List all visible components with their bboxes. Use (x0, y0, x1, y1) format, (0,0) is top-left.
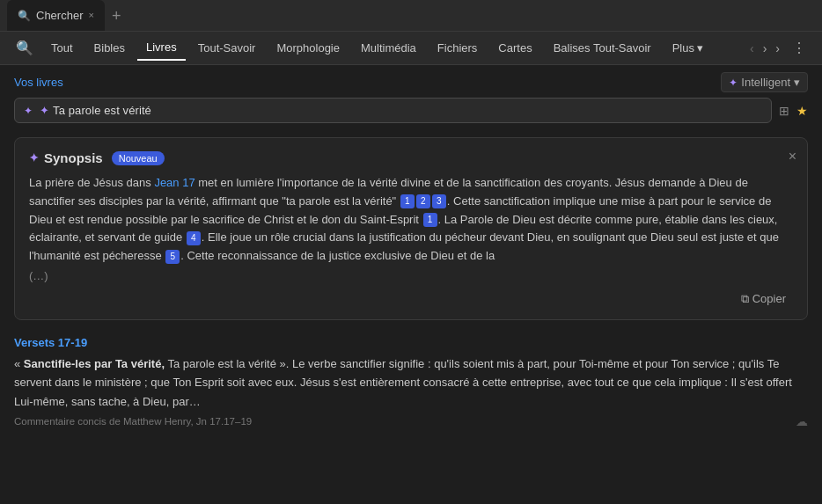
search-box[interactable]: ✦ ✦Ta parole est vérité (14, 98, 772, 123)
ref-badge-4[interactable]: 1 (423, 213, 437, 227)
nav-item-cartes[interactable]: Cartes (489, 36, 540, 60)
chevron-down-icon2: ▾ (794, 76, 800, 89)
search-actions: ⊞ ★ (779, 104, 808, 118)
ref-badge-6[interactable]: 5 (165, 250, 180, 264)
nav-bar: 🔍 Tout Bibles Livres Tout-Savoir Morphol… (0, 32, 822, 65)
synopsis-body: La prière de Jésus dans Jean 17 met en l… (29, 174, 793, 266)
synopsis-footer: ⧉ Copier (29, 289, 793, 309)
nav-item-tout[interactable]: Tout (42, 36, 82, 60)
spark-icon: ✦ (729, 77, 738, 89)
versets-block: Versets 17-19 « Sanctifie-les par Ta vér… (14, 336, 808, 428)
ref-badge-5[interactable]: 4 (187, 231, 201, 245)
cloud-icon: ☁ (796, 414, 808, 428)
nav-item-bibles[interactable]: Bibles (85, 36, 134, 60)
tab-chercher[interactable]: 🔍 Chercher × (7, 0, 105, 31)
ref-badge-3[interactable]: 3 (432, 194, 446, 208)
nav-item-balises[interactable]: Balises Tout-Savoir (545, 36, 660, 60)
content-area: Vos livres ✦ Intelligent ▾ ✦ ✦Ta parole … (0, 65, 822, 504)
content-topbar: Vos livres ✦ Intelligent ▾ (0, 65, 822, 98)
versets-source: Commentaire concis de Matthew Henry, Jn … (14, 414, 808, 428)
tab-close-icon[interactable]: × (88, 11, 93, 20)
nav-item-plus[interactable]: Plus ▾ (664, 36, 712, 60)
tab-label: Chercher (36, 9, 83, 22)
grid-icon[interactable]: ⊞ (779, 104, 789, 118)
nav-more-icon[interactable]: ⋮ (787, 36, 811, 60)
star-icon[interactable]: ★ (796, 104, 808, 118)
nav-arrow-left[interactable]: ‹ (746, 40, 758, 57)
nav-item-multimedia[interactable]: Multimédia (352, 36, 425, 60)
nouveau-badge: Nouveau (112, 151, 165, 165)
nav-item-morphologie[interactable]: Morphologie (268, 36, 349, 60)
synopsis-spark-icon: ✦ (29, 151, 39, 164)
ref-badge-1[interactable]: 1 (400, 194, 415, 208)
copy-button[interactable]: ⧉ Copier (734, 289, 793, 309)
synopsis-card: ✦ Synopsis Nouveau × La prière de Jésus … (14, 137, 808, 320)
ref-badge-2[interactable]: 2 (416, 194, 430, 208)
copy-icon: ⧉ (741, 292, 749, 306)
jean17-link[interactable]: Jean 17 (154, 176, 194, 189)
nav-item-tout-savoir[interactable]: Tout-Savoir (189, 36, 265, 60)
search-row: ✦ ✦Ta parole est vérité ⊞ ★ (0, 98, 822, 130)
nav-arrow-right2[interactable]: › (772, 40, 783, 57)
nav-arrows: ‹ › › (746, 40, 783, 57)
vos-livres-link[interactable]: Vos livres (14, 76, 63, 89)
synopsis-close-icon[interactable]: × (789, 149, 796, 164)
search-text: ✦Ta parole est vérité (38, 104, 762, 117)
synopsis-title: ✦ Synopsis (29, 150, 103, 165)
menu-icon[interactable]: 🔍 (11, 36, 39, 60)
nav-arrow-right[interactable]: › (760, 40, 771, 57)
versets-section-title[interactable]: Versets 17-19 (14, 336, 808, 349)
results-area: Versets 17-19 « Sanctifie-les par Ta vér… (0, 327, 822, 504)
nav-item-livres[interactable]: Livres (137, 35, 186, 61)
tab-add-button[interactable]: + (105, 8, 128, 24)
chevron-down-icon: ▾ (697, 41, 703, 55)
tab-bar: 🔍 Chercher × + (0, 0, 822, 32)
synopsis-ellipsis: (…) (29, 269, 793, 282)
versets-text: « Sanctifie-les par Ta vérité, Ta parole… (14, 354, 808, 411)
intelligent-label: Intelligent (741, 76, 790, 89)
synopsis-header: ✦ Synopsis Nouveau (29, 150, 793, 165)
intelligent-button[interactable]: ✦ Intelligent ▾ (721, 72, 808, 92)
spark-search-icon: ✦ (24, 105, 33, 117)
search-icon: 🔍 (18, 10, 31, 22)
nav-item-fichiers[interactable]: Fichiers (429, 36, 487, 60)
